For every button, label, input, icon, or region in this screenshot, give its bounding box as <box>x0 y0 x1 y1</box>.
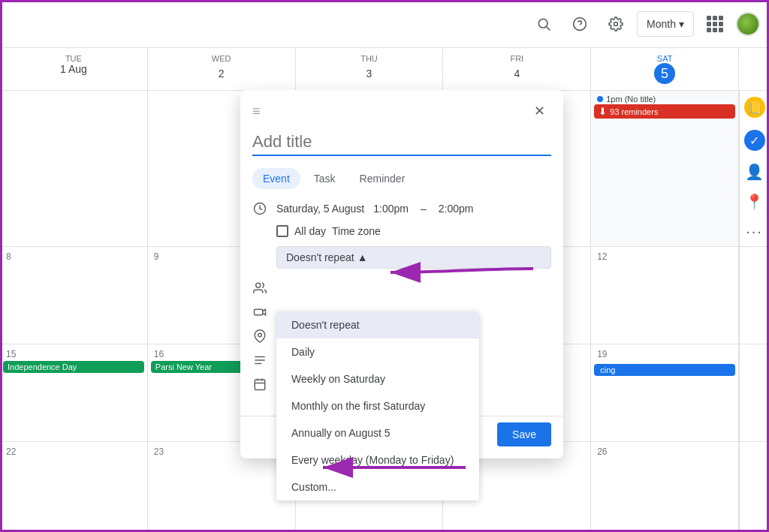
guests-icon <box>252 281 267 296</box>
date-tue-w2: 8 <box>3 250 144 263</box>
more-apps-icon[interactable]: ··· <box>746 223 763 240</box>
close-button[interactable]: ✕ <box>527 99 551 123</box>
meet-icon <box>252 305 267 320</box>
side-panel-w2 <box>739 247 769 344</box>
col-wed: WED 2 <box>148 48 296 90</box>
topbar: Month ▾ <box>0 0 769 48</box>
time-dash: – <box>421 203 427 215</box>
drag-handle[interactable]: ≡ <box>252 104 261 119</box>
avatar[interactable] <box>736 12 760 36</box>
timezone-link[interactable]: Time zone <box>332 225 381 237</box>
dropdown-item-monthly[interactable]: Monthly on the first Saturday <box>276 392 479 419</box>
description-icon <box>252 353 267 368</box>
svg-point-0 <box>538 19 547 28</box>
event-type-tabs: Event Task Reminder <box>252 168 551 189</box>
location-icon <box>252 329 267 344</box>
svg-point-4 <box>614 22 618 26</box>
side-panel-w3 <box>739 344 769 442</box>
event-date[interactable]: Saturday, 5 August <box>276 203 364 215</box>
cell-sat-w3[interactable]: 19 cing <box>591 344 739 442</box>
day-name-thu: THU <box>296 54 443 63</box>
day-date-thu: 3 <box>358 63 379 84</box>
repeat-arrow-icon: ▲ <box>357 251 368 263</box>
keep-icon[interactable]: 📒 <box>744 97 765 118</box>
calendar-header: TUE 1 Aug WED 2 THU 3 FRI 4 SAT 5 <box>0 48 769 91</box>
svg-line-1 <box>547 26 550 30</box>
event-conference[interactable]: cing <box>594 364 735 376</box>
save-button[interactable]: Save <box>497 422 551 446</box>
dialog-header: ≡ ✕ <box>240 90 563 129</box>
repeat-label: Doesn't repeat <box>286 251 354 263</box>
contacts-icon[interactable]: 👤 <box>745 163 764 181</box>
svg-rect-7 <box>255 309 263 315</box>
cell-sat-w4[interactable]: 26 <box>591 442 739 532</box>
clock-icon <box>252 201 267 216</box>
day-date-fri: 4 <box>506 63 527 84</box>
day-date-wed: 2 <box>211 63 232 84</box>
event-reminders[interactable]: ⬇ 93 reminders <box>594 104 735 119</box>
svg-point-8 <box>258 333 262 337</box>
help-button[interactable] <box>565 9 595 39</box>
cell-sat-w1[interactable]: 1pm (No title) ⬇ 93 reminders <box>591 91 739 247</box>
svg-rect-12 <box>255 380 265 390</box>
settings-button[interactable] <box>601 9 631 39</box>
svg-point-6 <box>256 283 261 287</box>
date-sat-w2: 12 <box>594 250 735 263</box>
search-button[interactable] <box>529 9 559 39</box>
cell-tue-w1[interactable] <box>0 91 148 247</box>
apps-button[interactable] <box>700 9 730 39</box>
grid-icon <box>707 16 723 32</box>
allday-checkbox[interactable] <box>276 225 288 237</box>
event-independence-day[interactable]: Independence Day <box>3 361 144 373</box>
view-selector[interactable]: Month ▾ <box>637 11 694 37</box>
day-date-tue: 1 Aug <box>0 63 147 75</box>
allday-row: All day Time zone <box>276 225 551 237</box>
event-title-input[interactable] <box>252 129 551 156</box>
cell-tue-w3[interactable]: 15 Independence Day <box>0 344 148 442</box>
col-sat: SAT 5 <box>591 48 739 90</box>
event-time-start[interactable]: 1:00pm <box>373 203 409 215</box>
day-name-tue: TUE <box>0 54 147 63</box>
day-name-wed: WED <box>148 54 295 63</box>
tab-reminder[interactable]: Reminder <box>349 168 416 189</box>
day-name-fri: FRI <box>443 54 590 63</box>
datetime-row: Saturday, 5 August 1:00pm – 2:00pm <box>252 201 551 216</box>
tab-task[interactable]: Task <box>303 168 346 189</box>
side-panel-w4 <box>739 442 769 532</box>
maps-icon[interactable]: 📍 <box>745 193 764 211</box>
day-date-sat: 5 <box>654 63 675 84</box>
date-tue-w3: 15 <box>3 347 144 361</box>
dropdown-item-daily[interactable]: Daily <box>276 338 479 365</box>
cell-sat-w2[interactable]: 12 <box>591 247 739 344</box>
view-label: Month <box>647 18 676 30</box>
tasks-icon[interactable]: ✓ <box>744 130 765 151</box>
event-time-end[interactable]: 2:00pm <box>439 203 474 215</box>
annotation-arrow-2 <box>300 449 466 486</box>
date-tue-w4: 22 <box>3 445 144 458</box>
calendar-icon <box>252 377 267 392</box>
col-fri: FRI 4 <box>443 48 591 90</box>
col-tue: TUE 1 Aug <box>0 48 148 90</box>
tab-event[interactable]: Event <box>252 168 300 189</box>
side-panel-w1: 📒 ✓ 👤 📍 ··· <box>739 91 769 247</box>
dropdown-item-annually[interactable]: Annually on August 5 <box>276 419 479 446</box>
cell-tue-w2[interactable]: 8 <box>0 247 148 344</box>
annotation-arrow-1 <box>368 254 533 291</box>
side-panel-header <box>739 48 769 90</box>
date-sat-w4: 26 <box>594 445 735 458</box>
dropdown-item-no-repeat[interactable]: Doesn't repeat <box>276 311 479 338</box>
cell-tue-w4[interactable]: 22 <box>0 442 148 532</box>
col-thu: THU 3 <box>296 48 444 90</box>
date-sat-w3: 19 <box>594 347 735 361</box>
day-name-sat: SAT <box>591 54 738 63</box>
event-no-title[interactable]: 1pm (No title) <box>594 94 735 104</box>
view-arrow: ▾ <box>679 18 684 30</box>
dropdown-item-weekly[interactable]: Weekly on Saturday <box>276 365 479 392</box>
allday-label: All day <box>294 225 326 237</box>
